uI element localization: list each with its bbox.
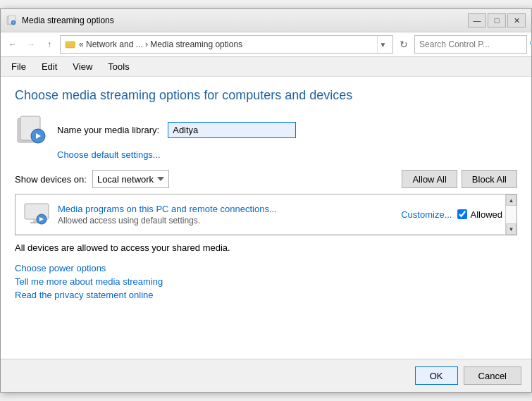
content-area: Choose media streaming options for compu…: [1, 77, 531, 359]
library-name-input[interactable]: [168, 122, 296, 138]
close-button[interactable]: ✕: [507, 13, 526, 27]
allowed-checkbox[interactable]: [457, 209, 467, 219]
allowed-label[interactable]: Allowed: [457, 209, 502, 220]
main-window: Media streaming options — □ ✕ ← → ↑ « Ne…: [0, 8, 532, 393]
library-label: Name your media library:: [57, 125, 159, 135]
device-row: Media programs on this PC and remote con…: [16, 195, 516, 235]
scroll-track: [506, 206, 516, 223]
cancel-button[interactable]: Cancel: [464, 366, 521, 385]
folder-icon: [65, 39, 76, 50]
device-icon: [23, 200, 51, 228]
scroll-up-button[interactable]: ▲: [506, 195, 516, 206]
links-section: Choose power options Tell me more about …: [15, 263, 517, 300]
device-actions: Customize... Allowed: [401, 209, 502, 220]
library-icon: [15, 113, 49, 147]
action-buttons: Allow All Block All: [402, 170, 517, 188]
menu-view[interactable]: View: [65, 58, 100, 75]
scroll-down-button[interactable]: ▼: [506, 223, 516, 235]
library-row: Name your media library:: [15, 113, 517, 147]
dialog-footer: OK Cancel: [1, 359, 531, 392]
allowed-text: Allowed: [470, 209, 502, 220]
status-text: All devices are allowed to access your s…: [15, 242, 517, 253]
menu-bar: File Edit View Tools: [1, 57, 531, 77]
show-devices-label: Show devices on:: [15, 174, 87, 185]
page-title: Choose media streaming options for compu…: [15, 88, 517, 103]
address-dropdown[interactable]: ▼: [377, 36, 388, 53]
ok-button[interactable]: OK: [415, 366, 458, 385]
block-all-button[interactable]: Block All: [462, 170, 517, 188]
refresh-button[interactable]: ↻: [396, 37, 412, 52]
address-field: « Network and ... › Media streaming opti…: [60, 35, 393, 54]
address-bar: ← → ↑ « Network and ... › Media streamin…: [1, 32, 531, 57]
search-input[interactable]: [415, 39, 529, 49]
default-settings-link[interactable]: Choose default settings...: [57, 149, 517, 160]
window-title: Media streaming options: [22, 16, 468, 25]
devices-list: Media programs on this PC and remote con…: [15, 194, 517, 235]
menu-file[interactable]: File: [4, 58, 34, 75]
customize-link[interactable]: Customize...: [401, 209, 452, 220]
media-streaming-link[interactable]: Tell me more about media streaming: [15, 276, 517, 287]
device-description: Allowed access using default settings.: [58, 216, 401, 226]
scrollbar[interactable]: ▲ ▼: [505, 195, 516, 235]
up-button[interactable]: ↑: [42, 37, 57, 52]
maximize-button[interactable]: □: [488, 13, 506, 27]
menu-tools[interactable]: Tools: [100, 58, 137, 75]
menu-edit[interactable]: Edit: [34, 58, 65, 75]
minimize-button[interactable]: —: [468, 13, 486, 27]
back-button[interactable]: ←: [5, 37, 20, 52]
forward-button[interactable]: →: [23, 37, 39, 52]
power-options-link[interactable]: Choose power options: [15, 263, 517, 273]
privacy-link[interactable]: Read the privacy statement online: [15, 290, 517, 300]
device-info: Media programs on this PC and remote con…: [58, 204, 401, 226]
breadcrumb-text: « Network and ... › Media streaming opti…: [79, 39, 374, 49]
show-devices-dropdown[interactable]: Local network All networks Custom...: [92, 170, 169, 188]
title-bar: Media streaming options — □ ✕: [1, 9, 531, 32]
device-name[interactable]: Media programs on this PC and remote con…: [58, 204, 401, 214]
title-bar-buttons: — □ ✕: [468, 13, 526, 27]
search-button[interactable]: 🔍: [529, 36, 532, 53]
allow-all-button[interactable]: Allow All: [402, 170, 457, 188]
window-icon: [6, 15, 18, 26]
show-devices-row: Show devices on: Local network All netwo…: [15, 170, 517, 188]
search-box: 🔍: [414, 35, 527, 54]
